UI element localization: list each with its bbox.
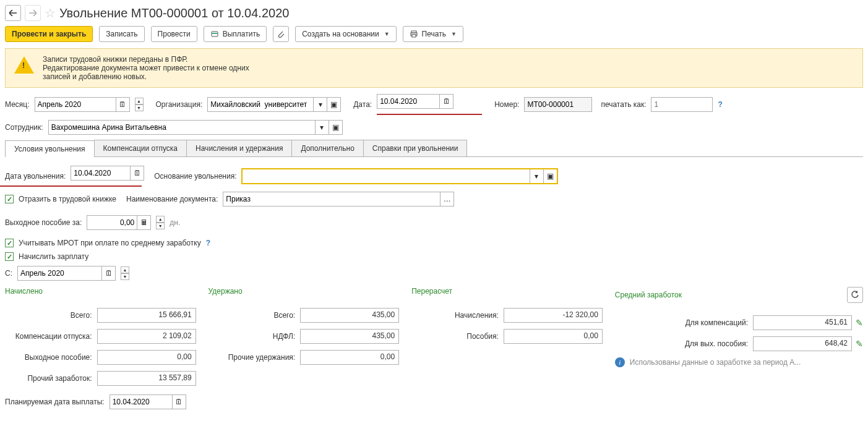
- severance-spinner[interactable]: ▲▼: [156, 216, 165, 229]
- info-icon: i: [615, 357, 625, 367]
- favorite-star-icon[interactable]: ☆: [45, 6, 56, 20]
- edit-icon[interactable]: ✎: [856, 318, 863, 328]
- tab-conditions[interactable]: Условия увольнения: [5, 140, 95, 157]
- dismissal-date-field[interactable]: 🗓: [71, 166, 144, 181]
- printer-icon: [410, 30, 418, 38]
- employee-label: Сотрудник:: [5, 123, 43, 132]
- caret-down-icon: ▼: [451, 31, 457, 37]
- paperclip-icon: [277, 30, 285, 38]
- docname-input[interactable]: [223, 192, 440, 206]
- accrued-total[interactable]: 15 666,91: [97, 308, 196, 323]
- docname-label: Наименование документа:: [126, 195, 218, 203]
- org-input[interactable]: [208, 98, 313, 111]
- org-field[interactable]: ▾ ▣: [207, 97, 341, 112]
- number-input[interactable]: [524, 97, 592, 112]
- open-icon[interactable]: ▣: [327, 98, 340, 111]
- from-spinner[interactable]: ▲▼: [121, 266, 129, 280]
- date-field[interactable]: 🗓: [377, 94, 453, 109]
- planned-date-label: Планируемая дата выплаты:: [5, 398, 105, 406]
- calendar-icon[interactable]: 🗓: [172, 395, 186, 409]
- help-icon[interactable]: ?: [718, 100, 722, 109]
- open-icon[interactable]: ▣: [329, 121, 342, 134]
- print-button[interactable]: Печать▼: [403, 26, 463, 42]
- planned-date-input[interactable]: [110, 395, 172, 409]
- withheld-other[interactable]: 0,00: [300, 350, 399, 365]
- reflect-label: Отразить в трудовой книжке: [19, 195, 116, 203]
- pay-button[interactable]: Выплатить: [204, 26, 267, 42]
- avg-header: Средний заработок: [615, 291, 847, 299]
- dropdown-icon[interactable]: ▾: [313, 98, 327, 111]
- tab-additional[interactable]: Дополнительно: [291, 140, 363, 156]
- save-button[interactable]: Записать: [99, 26, 144, 42]
- payroll-label: Начислить зарплату: [19, 252, 88, 261]
- dropdown-icon[interactable]: ▾: [530, 169, 543, 183]
- avg-comp[interactable]: 451,61: [753, 315, 852, 330]
- recalc-header: Перерасчет: [411, 287, 603, 296]
- page-title: Увольнение МТ00-000001 от 10.04.2020: [59, 6, 289, 20]
- reflect-checkbox[interactable]: ✓: [5, 195, 14, 203]
- payroll-checkbox[interactable]: ✓: [5, 252, 14, 261]
- severance-unit: дн.: [170, 218, 180, 227]
- from-input[interactable]: [18, 266, 101, 280]
- refresh-icon: [851, 291, 859, 299]
- basis-field[interactable]: ▾ ▣: [242, 169, 557, 184]
- calendar-icon[interactable]: 🗓: [130, 166, 144, 180]
- caret-down-icon: ▼: [384, 31, 390, 37]
- nav-back-button[interactable]: [5, 5, 21, 21]
- withheld-total[interactable]: 435,00: [300, 308, 399, 323]
- from-label: С:: [5, 269, 12, 278]
- dismissal-date-input[interactable]: [71, 166, 130, 180]
- from-field[interactable]: 🗓: [17, 266, 116, 281]
- severance-label: Выходное пособие за:: [5, 218, 82, 227]
- post-and-close-button[interactable]: Провести и закрыть: [5, 26, 93, 42]
- avg-info-text: Использованы данные о заработке за перио…: [630, 358, 801, 367]
- recalc-benefits[interactable]: 0,00: [504, 329, 603, 344]
- date-input[interactable]: [377, 95, 439, 108]
- tab-accruals[interactable]: Начисления и удержания: [186, 140, 292, 156]
- month-label: Месяц:: [5, 100, 30, 109]
- attach-button[interactable]: [273, 26, 289, 42]
- accrued-header: Начислено: [5, 287, 196, 296]
- dropdown-icon[interactable]: ▾: [315, 121, 329, 134]
- month-input[interactable]: [35, 98, 116, 111]
- warning-icon: [14, 56, 34, 74]
- pay-icon: [210, 30, 219, 38]
- recalc-accruals[interactable]: -12 320,00: [504, 308, 603, 323]
- mrot-label: Учитывать МРОТ при оплате по среднему за…: [19, 239, 201, 247]
- open-icon[interactable]: ▣: [543, 169, 557, 183]
- tab-certificates[interactable]: Справки при увольнении: [363, 140, 468, 156]
- mrot-checkbox[interactable]: ✓: [5, 239, 14, 247]
- printas-label: печатать как:: [601, 100, 646, 109]
- employee-input[interactable]: [49, 121, 315, 134]
- docname-field[interactable]: …: [223, 192, 454, 207]
- nav-forward-button[interactable]: [25, 5, 41, 21]
- calendar-icon[interactable]: 🗓: [116, 98, 129, 111]
- help-icon[interactable]: ?: [206, 239, 210, 247]
- employee-field[interactable]: ▾ ▣: [48, 120, 343, 135]
- withheld-header: Удержано: [208, 287, 400, 296]
- accrued-other[interactable]: 13 557,89: [97, 371, 196, 386]
- calendar-icon[interactable]: 🗓: [101, 266, 115, 280]
- refresh-button[interactable]: [847, 287, 863, 303]
- post-button[interactable]: Провести: [151, 26, 197, 42]
- severance-field[interactable]: 🖩: [87, 215, 151, 230]
- create-based-on-button[interactable]: Создать на основании▼: [295, 26, 396, 42]
- svg-rect-4: [412, 35, 416, 37]
- printas-input[interactable]: [651, 97, 713, 112]
- withheld-ndfl[interactable]: 435,00: [300, 329, 399, 344]
- planned-date-field[interactable]: 🗓: [110, 394, 186, 409]
- ellipsis-icon[interactable]: …: [440, 192, 453, 206]
- number-label: Номер:: [494, 100, 519, 109]
- severance-input[interactable]: [87, 216, 137, 229]
- accrued-vacation[interactable]: 2 109,02: [97, 329, 196, 344]
- calculator-icon[interactable]: 🖩: [137, 216, 150, 229]
- month-spinner[interactable]: ▲▼: [135, 98, 144, 111]
- basis-input[interactable]: [243, 169, 530, 183]
- tab-vacation-comp[interactable]: Компенсации отпуска: [94, 140, 187, 156]
- calendar-icon[interactable]: 🗓: [439, 95, 453, 108]
- tab-bar: Условия увольнения Компенсации отпуска Н…: [5, 140, 863, 157]
- month-field[interactable]: 🗓: [35, 97, 130, 112]
- edit-icon[interactable]: ✎: [856, 339, 863, 349]
- accrued-severance[interactable]: 0,00: [97, 350, 196, 365]
- avg-sev[interactable]: 648,42: [753, 336, 852, 351]
